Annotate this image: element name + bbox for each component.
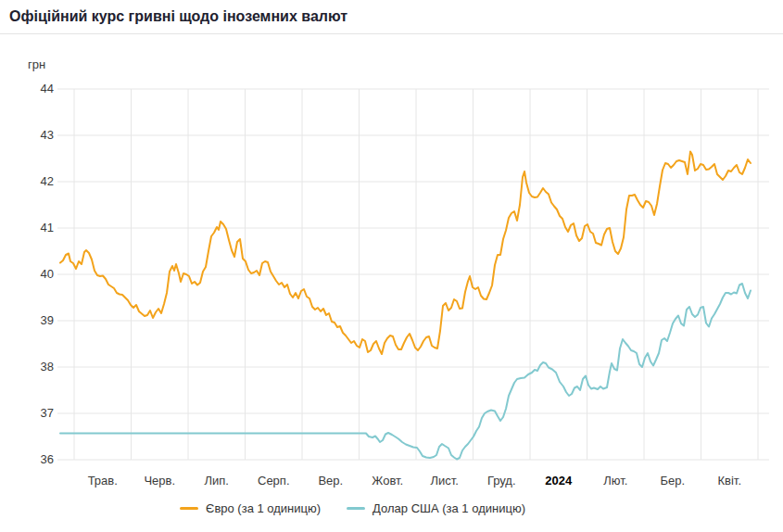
x-tick-label: Бер. [644, 474, 701, 488]
y-tick-label: 40 [0, 267, 54, 282]
legend-swatch-icon [347, 507, 365, 510]
y-tick-label: 42 [0, 174, 54, 189]
y-axis-title: грн [28, 57, 45, 71]
x-tick-label: Черв. [131, 474, 188, 488]
y-tick-label: 41 [0, 221, 54, 235]
legend-item-dollar[interactable]: Долар США (за 1 одиницю) [347, 501, 525, 515]
legend-swatch-icon [180, 507, 198, 510]
legend-label: Долар США (за 1 одиницю) [373, 501, 525, 515]
x-tick-label: Серп. [245, 474, 302, 488]
x-tick-label: Квіт. [701, 474, 758, 488]
x-tick-label: Лип. [188, 474, 246, 488]
legend-label: Євро (за 1 одиницю) [206, 501, 321, 515]
y-tick-label: 38 [0, 360, 54, 374]
plot-area [0, 0, 783, 491]
y-tick-label: 36 [0, 452, 54, 467]
y-tick-label: 44 [0, 82, 54, 96]
exchange-rate-widget: Офіційний курс гривні щодо іноземних вал… [0, 0, 783, 532]
x-tick-label: 2024 [530, 474, 587, 488]
y-tick-label: 39 [0, 313, 54, 328]
legend: Євро (за 1 одиницю)Долар США (за 1 одини… [0, 501, 744, 515]
y-tick-label: 37 [0, 406, 54, 421]
x-tick-label: Вер. [302, 474, 360, 488]
x-tick-label: Лист. [416, 474, 474, 488]
y-tick-label: 43 [0, 128, 54, 143]
x-tick-label: Жовт. [359, 474, 416, 488]
x-tick-label: Лют. [587, 474, 644, 488]
x-tick-label: Груд. [473, 474, 530, 488]
series-line [60, 284, 751, 460]
x-tick-label: Трав. [74, 474, 132, 488]
legend-item-euro[interactable]: Євро (за 1 одиницю) [180, 501, 321, 515]
